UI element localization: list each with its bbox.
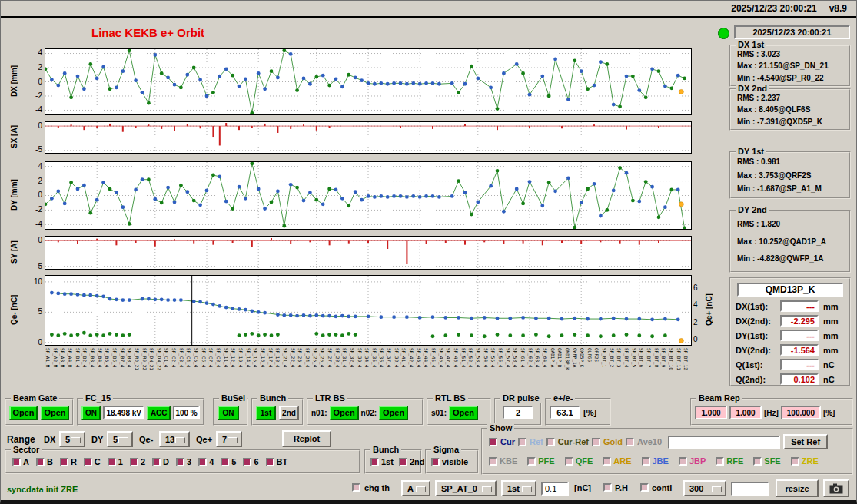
show-are-checkbox[interactable] (603, 457, 611, 466)
bpm-label: SP_41_4 (401, 348, 407, 367)
sector-item-6[interactable]: 6 (243, 457, 258, 466)
beam-gate-open-button-1[interactable]: Open (9, 406, 38, 420)
sector-6-checkbox[interactable] (243, 458, 251, 466)
show-are-item[interactable]: ARE (603, 456, 631, 466)
sector-item-3[interactable]: 3 (176, 457, 191, 466)
range-qem-select[interactable]: 13 (159, 431, 190, 447)
sector-item-r[interactable]: R (60, 457, 77, 466)
show-rfe-label: RFE (726, 456, 743, 466)
show-pfe-checkbox[interactable] (527, 457, 536, 466)
sigma-visible-item[interactable]: visible (431, 457, 468, 466)
bunch-2nd-checkbox[interactable] (399, 458, 407, 466)
bunch-2nd-button[interactable]: 2nd (279, 406, 299, 420)
show-cur-checkbox[interactable] (489, 438, 497, 446)
show-ref-checkbox[interactable] (518, 438, 526, 446)
sector-3-checkbox[interactable] (176, 458, 184, 466)
sector-item-a[interactable]: A (12, 457, 29, 466)
sx-axis-label: SX [A] (10, 121, 22, 152)
sector-2-checkbox[interactable] (130, 458, 138, 466)
chg-th-checkbox[interactable] (352, 483, 360, 492)
show-qfe-checkbox[interactable] (565, 457, 573, 466)
show-jbe-checkbox[interactable] (642, 457, 650, 466)
set-ref-button[interactable]: Set Ref (783, 434, 828, 449)
bunch-1st-checkbox[interactable] (370, 458, 379, 466)
bunch-1st-item[interactable]: 1st (370, 457, 394, 466)
fc15-on-button[interactable]: ON (81, 406, 101, 420)
sector-item-bt[interactable]: BT (266, 457, 288, 466)
bunch-2nd-item[interactable]: 2nd (399, 457, 425, 466)
show-zre-checkbox[interactable] (791, 457, 799, 466)
ltr-n02-open-button[interactable]: Open (379, 406, 408, 420)
sp-select[interactable]: SP_AT_0 (435, 480, 497, 496)
s01-label: s01: (431, 409, 447, 417)
bpm-label: SP_35_4 (372, 348, 377, 367)
bpm-label: SP_43_4 (417, 348, 422, 367)
sigma-items: visible (431, 457, 468, 466)
extra-input[interactable] (731, 482, 769, 496)
show-cur-ref-checkbox[interactable] (546, 438, 555, 446)
sector-4-checkbox[interactable] (198, 458, 207, 466)
sector-1-checkbox[interactable] (108, 458, 116, 466)
sector-5-checkbox[interactable] (221, 458, 229, 466)
monitor-row-label: DY(1st): (736, 331, 780, 340)
monitor-row-unit: mm (823, 317, 839, 326)
sector-item-b[interactable]: B (36, 457, 53, 466)
show-pfe-item[interactable]: PFE (527, 456, 554, 466)
replot-button[interactable]: Replot (282, 430, 331, 447)
monitor-row: DX(1st): --- mm (736, 300, 839, 312)
sector-item-5[interactable]: 5 (221, 457, 236, 466)
mode-select[interactable]: A (401, 480, 430, 496)
sector-r-checkbox[interactable] (60, 458, 68, 466)
show-sfe-checkbox[interactable] (753, 457, 762, 466)
range-dx-select[interactable]: 5 (59, 431, 85, 447)
bpm-label: QRF2S (594, 348, 600, 362)
sector-c-checkbox[interactable] (84, 458, 92, 466)
sector-item-2[interactable]: 2 (130, 457, 145, 466)
sigma-visible-checkbox[interactable] (431, 458, 440, 466)
show-kbe-checkbox[interactable] (489, 457, 497, 466)
sector-a-checkbox[interactable] (12, 458, 21, 466)
count-select[interactable]: 300 (683, 480, 726, 496)
show-zre-item[interactable]: ZRE (791, 456, 819, 466)
charge-plot (45, 275, 692, 346)
sector-6-label: 6 (254, 457, 258, 466)
sector-item-c[interactable]: C (84, 457, 101, 466)
range-dy-select[interactable]: 5 (107, 431, 133, 447)
snapshot-button[interactable] (823, 479, 849, 497)
range-qep-select[interactable]: 7 (216, 431, 242, 447)
bunch-1st-button[interactable]: 1st (256, 406, 276, 420)
beam-gate-open-button-2[interactable]: Open (41, 406, 69, 420)
show-jbe-item[interactable]: JBE (642, 456, 669, 466)
dr-pulse-group: DR pulse 2 (494, 398, 542, 426)
busel-on-button[interactable]: ON (218, 406, 239, 420)
conti-checkbox[interactable] (640, 483, 649, 492)
show-rfe-checkbox[interactable] (716, 457, 724, 466)
ref-name-input[interactable] (668, 436, 780, 449)
monitor-row-value: -2.295 (780, 315, 819, 327)
ratio-unit-label: [%] (583, 408, 596, 417)
ph-checkbox[interactable] (603, 483, 612, 492)
fc15-acc-button[interactable]: ACC (147, 406, 171, 420)
sector-bt-checkbox[interactable] (266, 458, 274, 466)
range-dy-label: DY (91, 435, 103, 444)
bpm-label: SP_33_4 (357, 348, 363, 367)
rtl-s01-open-button[interactable]: Open (449, 406, 478, 420)
sector-item-4[interactable]: 4 (198, 457, 214, 466)
show-qfe-item[interactable]: QFE (565, 456, 593, 466)
resize-button[interactable]: resize (776, 479, 819, 497)
sector-item-1[interactable]: 1 (108, 457, 123, 466)
threshold-input[interactable] (541, 482, 569, 496)
show-jbp-checkbox[interactable] (679, 457, 687, 466)
show-jbp-item[interactable]: JBP (679, 456, 706, 466)
show-rfe-item[interactable]: RFE (716, 456, 743, 466)
sector-d-checkbox[interactable] (152, 458, 161, 466)
sector-b-checkbox[interactable] (36, 458, 45, 466)
show-ave10-checkbox[interactable] (626, 438, 634, 446)
show-sfe-item[interactable]: SFE (753, 456, 780, 466)
ltr-n01-open-button[interactable]: Open (330, 406, 359, 420)
bunch-select[interactable]: 1st (501, 480, 536, 496)
sector-item-d[interactable]: D (152, 457, 169, 466)
show-gold-checkbox[interactable] (592, 438, 600, 446)
sigma-title: Sigma (431, 445, 461, 455)
show-kbe-item[interactable]: KBE (489, 456, 517, 466)
